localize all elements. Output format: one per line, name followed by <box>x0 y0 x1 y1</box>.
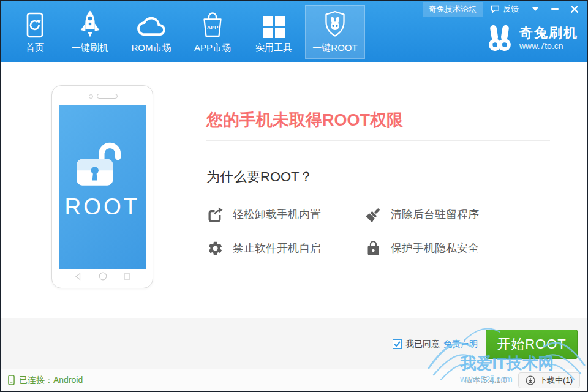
phone-nav-buttons <box>52 272 153 281</box>
brand-logo: 奇兔刷机 www.7to.cn <box>486 23 578 53</box>
tab-flash[interactable]: 一键刷机 <box>60 5 120 59</box>
agreement-row: 我已同意 免责声明 <box>393 339 478 350</box>
android-recents-icon <box>124 273 130 280</box>
benefit-label: 清除后台驻留程序 <box>391 207 479 222</box>
menu-dropdown-button[interactable] <box>527 2 544 16</box>
brand-name: 奇兔刷机 <box>519 25 578 40</box>
android-back-icon <box>74 273 81 281</box>
root-benefits-list: 轻松卸载手机内置 清除后台驻留程序 <box>206 206 550 257</box>
rocket-icon <box>79 10 101 38</box>
tab-app-market[interactable]: APP APP市场 <box>183 5 243 59</box>
title-divider <box>206 140 550 141</box>
tools-grid-icon <box>263 10 285 38</box>
list-item: 禁止软件开机自启 <box>206 239 364 257</box>
android-home-icon <box>99 272 107 281</box>
benefit-label: 轻松卸载手机内置 <box>233 207 321 222</box>
phone-speaker-slot <box>97 94 118 99</box>
phone-root-label: ROOT <box>65 194 140 220</box>
connection-text: 已连接：Android <box>19 375 83 386</box>
action-bar: 我已同意 免责声明 开始ROOT <box>1 318 587 369</box>
forum-link[interactable]: 奇兔技术论坛 <box>423 2 483 17</box>
phone-illustration: ROOT <box>51 85 153 288</box>
minimize-icon <box>551 8 559 10</box>
tab-label: 一键刷机 <box>72 42 108 54</box>
tab-tools[interactable]: 实用工具 <box>244 5 304 59</box>
uninstall-icon <box>206 206 224 223</box>
app-window: 首页 一键刷机 <box>0 0 588 392</box>
tab-label: APP市场 <box>194 42 231 54</box>
lock-icon <box>364 239 382 257</box>
tab-one-key-root[interactable]: 一键ROOT <box>305 5 365 59</box>
feedback-label: 反馈 <box>503 4 519 15</box>
start-root-button[interactable]: 开始ROOT <box>486 330 578 359</box>
disclaimer-link[interactable]: 免责声明 <box>443 339 478 350</box>
app-bag-text: APP <box>207 24 219 31</box>
checkmark-icon <box>394 341 401 347</box>
gear-icon <box>206 239 224 257</box>
tab-rom-market[interactable]: ROM市场 <box>121 5 181 59</box>
unlocked-padlock-icon <box>74 139 130 187</box>
tab-home[interactable]: 首页 <box>11 5 59 59</box>
titlebar-controls: 奇兔技术论坛 反馈 <box>423 1 583 17</box>
app-bag-icon: APP <box>200 10 225 38</box>
benefit-label: 禁止软件开机自启 <box>233 241 321 255</box>
cloud-icon <box>135 10 167 38</box>
feedback-button[interactable]: 反馈 <box>485 2 524 17</box>
download-icon <box>526 375 535 385</box>
home-refresh-icon <box>24 10 46 38</box>
benefit-label: 保护手机隐私安全 <box>391 241 479 255</box>
brand-url: www.7to.cn <box>519 41 578 51</box>
tab-label: ROM市场 <box>132 42 172 54</box>
main-content: ROOT 您的手机未取得ROOT权限 为什么要ROOT？ <box>1 62 587 318</box>
rabbit-logo-icon <box>486 23 514 53</box>
tab-label: 实用工具 <box>255 42 292 54</box>
list-item: 轻松卸载手机内置 <box>206 206 364 223</box>
shield-rabbit-icon <box>323 10 347 38</box>
list-item: 保护手机隐私安全 <box>364 239 550 257</box>
download-label: 下载中(1) <box>539 375 573 386</box>
close-button[interactable] <box>566 2 583 16</box>
phone-screen: ROOT <box>59 105 146 269</box>
connection-status: 已连接：Android <box>8 375 83 386</box>
close-icon <box>571 6 578 13</box>
tab-label: 一键ROOT <box>312 42 357 54</box>
agree-label: 我已同意 <box>405 339 440 350</box>
main-nav: 首页 一键刷机 <box>11 5 365 59</box>
connected-phone-icon <box>8 375 15 385</box>
page-title: 您的手机未取得ROOT权限 <box>206 109 550 131</box>
download-manager-button[interactable]: 下载中(1) <box>518 372 580 388</box>
list-item: 清除后台驻留程序 <box>364 206 550 223</box>
version-label: 版本:5.4.1.0 <box>465 375 507 386</box>
status-bar: 已连接：Android 版本:5.4.1.0 下载中(1) <box>1 369 587 391</box>
agree-checkbox[interactable] <box>393 339 402 349</box>
minimize-button[interactable] <box>546 2 564 16</box>
brush-icon <box>364 206 382 223</box>
header: 首页 一键刷机 <box>1 1 587 62</box>
status-bar-right: 版本:5.4.1.0 下载中(1) <box>465 372 580 388</box>
why-root-heading: 为什么要ROOT？ <box>206 168 550 186</box>
phone-camera-dot <box>89 94 93 99</box>
tab-label: 首页 <box>26 42 44 54</box>
root-info-panel: 您的手机未取得ROOT权限 为什么要ROOT？ 轻松卸载手机内置 <box>206 62 550 257</box>
chevron-down-icon <box>532 7 539 12</box>
chat-bubble-icon <box>491 5 500 13</box>
